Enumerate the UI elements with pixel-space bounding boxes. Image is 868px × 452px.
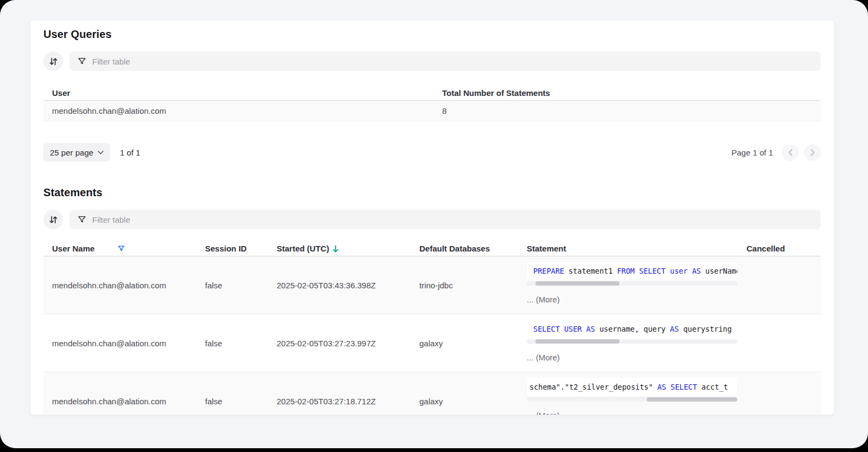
user-queries-table: User Total Number of Statements mendelso…: [43, 85, 821, 121]
scrollbar-thumb[interactable]: [535, 281, 620, 286]
column-header-total-statements[interactable]: Total Number of Statements: [442, 88, 812, 98]
arrows-down-up-icon: [49, 57, 58, 66]
cell-default-databases: galaxy: [419, 397, 527, 406]
chevron-right-icon: [810, 149, 815, 156]
user-queries-table-header: User Total Number of Statements: [43, 85, 821, 101]
table-row[interactable]: mendelsohn.chan@alation.comfalse2025-02-…: [43, 314, 821, 372]
table-row[interactable]: mendelsohn.chan@alation.comfalse2025-02-…: [43, 256, 821, 314]
table-row[interactable]: mendelsohn.chan@alation.com 8: [43, 101, 821, 121]
column-header-default-databases[interactable]: Default Databases: [419, 244, 527, 253]
cell-statement: schema"."t2_silver_deposits" AS SELECT a…: [527, 372, 746, 415]
table-row[interactable]: mendelsohn.chan@alation.comfalse2025-02-…: [43, 372, 821, 415]
statements-table-body: mendelsohn.chan@alation.comfalse2025-02-…: [43, 256, 821, 415]
scrollbar-thumb[interactable]: [647, 397, 737, 402]
cell-session-id: false: [205, 397, 277, 406]
sql-code-block[interactable]: schema"."t2_silver_deposits" AS SELECT a…: [527, 378, 737, 402]
filter-table-input[interactable]: [92, 57, 813, 66]
statements-table: User Name Session ID Started (UTC): [43, 241, 821, 415]
statements-title: Statements: [43, 186, 821, 199]
column-header-started-utc[interactable]: Started (UTC): [277, 244, 419, 253]
statements-table-header: User Name Session ID Started (UTC): [43, 241, 821, 256]
statements-section: Statements: [43, 186, 821, 415]
expand-more-link[interactable]: ... (More): [527, 353, 560, 362]
cell-started-utc: 2025-02-05T03:27:23.997Z: [277, 339, 419, 348]
expand-more-link[interactable]: ... (More): [527, 411, 560, 415]
pagination-left: 25 per page 1 of 1: [43, 143, 141, 162]
next-page-button[interactable]: [804, 144, 821, 161]
horizontal-scrollbar[interactable]: [527, 339, 737, 344]
user-queries-title: User Queries: [43, 28, 821, 41]
cell-started-utc: 2025-02-05T03:27:18.712Z: [277, 397, 419, 406]
per-page-label: 25 per page: [50, 148, 93, 157]
content-card: User Queries: [30, 21, 834, 415]
sql-code-text: schema"."t2_silver_deposits" AS SELECT a…: [527, 378, 737, 396]
scrollbar-thumb[interactable]: [535, 339, 620, 344]
cell-user-name: mendelsohn.chan@alation.com: [52, 397, 205, 406]
column-header-cancelled[interactable]: Cancelled: [746, 244, 812, 253]
cell-default-databases: galaxy: [419, 339, 527, 348]
sort-button[interactable]: [43, 51, 63, 71]
per-page-dropdown[interactable]: 25 per page: [43, 143, 110, 162]
user-queries-pagination: 25 per page 1 of 1 Page 1 of 1: [43, 143, 821, 162]
cell-statement: SELECT USER AS username, query AS querys…: [527, 314, 746, 372]
filter-table-input[interactable]: [92, 215, 813, 224]
sql-code-text: PREPARE statement1 FROM SELECT user AS u…: [527, 262, 737, 280]
funnel-icon: [77, 215, 87, 224]
cell-started-utc: 2025-02-05T03:43:36.398Z: [277, 281, 419, 290]
cell-user-name: mendelsohn.chan@alation.com: [52, 281, 205, 290]
statements-toolbar: [43, 210, 821, 229]
sql-code-text: SELECT USER AS username, query AS querys…: [527, 320, 737, 338]
pagination-right: Page 1 of 1: [731, 144, 821, 161]
column-header-session-id[interactable]: Session ID: [205, 244, 277, 253]
filter-table-field[interactable]: [69, 210, 821, 229]
app-window: User Queries: [0, 0, 868, 448]
sql-code-block[interactable]: PREPARE statement1 FROM SELECT user AS u…: [527, 262, 737, 286]
horizontal-scrollbar[interactable]: [527, 281, 737, 286]
column-header-user-name[interactable]: User Name: [52, 244, 205, 253]
prev-page-button[interactable]: [782, 144, 799, 161]
funnel-icon: [77, 56, 87, 66]
horizontal-scrollbar[interactable]: [527, 397, 737, 402]
expand-more-link[interactable]: ... (More): [527, 295, 560, 304]
filter-table-field[interactable]: [69, 51, 821, 71]
sql-code-block[interactable]: SELECT USER AS username, query AS querys…: [527, 320, 737, 344]
sort-button[interactable]: [43, 210, 63, 229]
user-queries-toolbar: [43, 51, 821, 71]
column-header-statement[interactable]: Statement: [527, 244, 746, 253]
arrows-down-up-icon: [49, 215, 58, 224]
cell-user: mendelsohn.chan@alation.com: [52, 106, 442, 115]
cell-session-id: false: [205, 339, 277, 348]
range-label: 1 of 1: [120, 148, 141, 157]
cell-user-name: mendelsohn.chan@alation.com: [52, 339, 205, 348]
chevron-down-icon: [98, 151, 104, 154]
cell-total-statements: 8: [442, 106, 812, 115]
cell-session-id: false: [205, 281, 277, 290]
user-queries-section: User Queries: [43, 28, 821, 162]
active-filter-funnel-icon[interactable]: [117, 244, 125, 253]
cell-statement: PREPARE statement1 FROM SELECT user AS u…: [527, 256, 746, 314]
cell-default-databases: trino-jdbc: [419, 281, 527, 290]
chevron-left-icon: [788, 149, 793, 156]
page-label: Page 1 of 1: [731, 148, 773, 157]
column-header-user[interactable]: User: [52, 88, 442, 98]
sort-desc-arrow-icon: [333, 245, 339, 253]
